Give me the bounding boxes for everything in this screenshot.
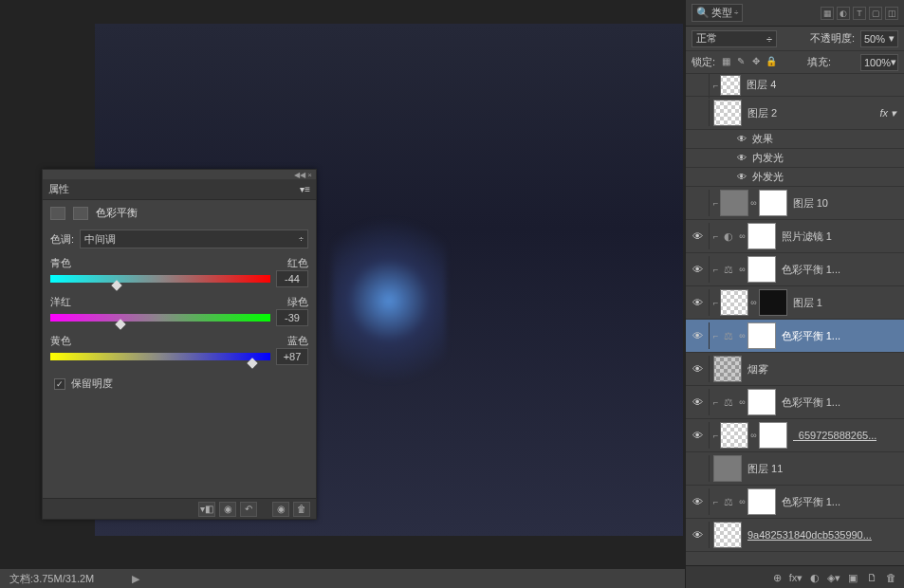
layer-mask-thumb[interactable] (759, 190, 787, 216)
layer-row[interactable]: 👁⌐◐∞照片滤镜 1 (686, 220, 904, 253)
slider-handle-2[interactable] (116, 319, 126, 329)
slider-value-2[interactable]: -39 (276, 309, 308, 326)
layer-row[interactable]: 👁⌐∞图层 1 (686, 286, 904, 320)
filter-smart-icon[interactable]: ◫ (885, 7, 898, 20)
layer-row[interactable]: 👁⌐⚖∞色彩平衡 1... (686, 386, 904, 419)
layer-name[interactable]: 9a482531840dcb535990... (747, 529, 872, 541)
slider-value-1[interactable]: -44 (276, 270, 308, 287)
visibility-toggle[interactable]: 👁 (688, 529, 707, 541)
layer-row[interactable]: 👁⌐⚖∞色彩平衡 1... (686, 253, 904, 286)
visibility-toggle[interactable]: 👁 (688, 363, 707, 375)
layer-name[interactable]: 图层 1 (793, 296, 822, 310)
layer-list[interactable]: 👁⌐图层 4👁图层 2fx ▾👁效果👁内发光👁外发光👁⌐∞图层 10👁⌐◐∞照片… (686, 74, 904, 565)
slider-track-1[interactable] (50, 275, 270, 283)
new-layer-icon[interactable]: 🗋 (864, 570, 879, 585)
adjustment-icon[interactable] (50, 207, 65, 220)
layer-name[interactable]: 图层 4 (747, 78, 776, 92)
visibility-icon[interactable]: 👁 (737, 134, 747, 144)
filter-type-icon[interactable]: T (853, 7, 866, 20)
layer-style-icon[interactable]: fx▾ (788, 570, 803, 585)
layer-name[interactable]: 图层 2 (747, 106, 777, 120)
layer-thumb[interactable] (713, 356, 742, 382)
layer-row[interactable]: 👁烟雾 (686, 353, 904, 386)
layer-name[interactable]: 图层 11 (747, 462, 783, 476)
lock-position-icon[interactable]: ✥ (749, 56, 763, 69)
preserve-checkbox[interactable]: ✓ (54, 378, 65, 390)
layer-row[interactable]: 👁9a482531840dcb535990... (686, 519, 904, 552)
clip-icon[interactable]: ▾◧ (198, 502, 215, 517)
status-arrow[interactable]: ▶ (132, 569, 139, 588)
layer-name[interactable]: 色彩平衡 1... (782, 495, 840, 509)
filter-adjust-icon[interactable]: ◐ (837, 7, 850, 20)
filter-shape-icon[interactable]: ▢ (869, 7, 882, 20)
reset-icon[interactable]: ↶ (240, 502, 257, 517)
layer-thumb[interactable] (720, 75, 741, 96)
layer-name[interactable]: 色彩平衡 1... (782, 329, 840, 343)
layer-row[interactable]: 👁⌐∞图层 10 (686, 187, 904, 220)
visibility-toggle[interactable]: 👁 (688, 496, 707, 507)
fx-indicator[interactable]: fx ▾ (879, 107, 896, 119)
layer-row[interactable]: 👁⌐⚖∞色彩平衡 1... (686, 486, 904, 519)
lock-transparent-icon[interactable]: ▦ (719, 56, 732, 69)
layer-name[interactable]: 色彩平衡 1... (782, 263, 840, 277)
lock-paint-icon[interactable]: ✎ (734, 56, 747, 69)
blend-mode-select[interactable]: 正常 ÷ (692, 30, 777, 47)
layer-thumb[interactable] (720, 289, 748, 316)
toggle-visibility-icon[interactable]: ◉ (272, 502, 289, 517)
visibility-toggle[interactable]: 👁 (688, 80, 707, 91)
slider-handle-1[interactable] (111, 280, 121, 290)
layer-thumb[interactable] (713, 100, 742, 126)
panel-bar[interactable]: ◀◀ × (43, 170, 316, 179)
view-prev-icon[interactable]: ◉ (219, 502, 236, 517)
delete-icon[interactable]: 🗑 (293, 502, 310, 517)
visibility-toggle[interactable]: 👁 (688, 396, 707, 408)
fx-line[interactable]: 👁效果 (686, 130, 904, 149)
layer-thumb[interactable] (713, 455, 742, 482)
filter-pixel-icon[interactable]: ▦ (821, 7, 834, 20)
layer-mask-thumb[interactable] (747, 488, 776, 515)
filter-type-select[interactable]: 🔍 类型 ÷ (692, 4, 743, 22)
visibility-icon[interactable]: 👁 (737, 172, 747, 182)
layer-mask-thumb[interactable] (759, 422, 787, 449)
layer-name[interactable]: 图层 10 (793, 196, 828, 211)
visibility-toggle[interactable]: 👁 (688, 264, 707, 275)
visibility-toggle[interactable]: 👁 (688, 430, 707, 441)
visibility-toggle[interactable]: 👁 (688, 197, 707, 209)
fx-line[interactable]: 👁外发光 (686, 168, 904, 187)
layer-row[interactable]: 👁图层 2fx ▾ (686, 97, 904, 130)
layer-name[interactable]: 照片滤镜 1 (782, 230, 832, 244)
visibility-toggle[interactable]: 👁 (688, 463, 707, 474)
layer-name[interactable]: 烟雾 (747, 362, 768, 377)
layer-name[interactable]: 色彩平衡 1... (782, 395, 840, 410)
layer-row[interactable]: 👁⌐图层 4 (686, 74, 904, 97)
panel-menu-icon[interactable]: ▾≡ (300, 184, 310, 194)
layer-mask-thumb[interactable] (747, 389, 776, 415)
slider-handle-3[interactable] (248, 358, 258, 368)
slider-track-3[interactable] (50, 353, 270, 360)
visibility-toggle[interactable]: 👁 (688, 330, 707, 341)
group-icon[interactable]: ▣ (845, 570, 860, 585)
visibility-toggle[interactable]: 👁 (688, 107, 707, 119)
visibility-toggle[interactable]: 👁 (688, 230, 707, 242)
layer-mask-icon[interactable]: ◐ (807, 570, 822, 585)
collapse-icon[interactable]: ◀◀ × (294, 171, 312, 179)
layer-thumb[interactable] (720, 190, 748, 216)
slider-track-2[interactable] (50, 314, 270, 322)
fx-line[interactable]: 👁内发光 (686, 149, 904, 168)
layer-thumb[interactable] (720, 422, 748, 449)
layer-mask-thumb[interactable] (747, 256, 776, 283)
layer-row[interactable]: 👁⌐⚖∞色彩平衡 1... (686, 320, 904, 353)
layer-row[interactable]: 👁图层 11 (686, 452, 904, 486)
layer-mask-thumb[interactable] (759, 289, 787, 316)
visibility-icon[interactable]: 👁 (737, 153, 747, 163)
opacity-input[interactable]: 50% ▾ (860, 30, 898, 47)
link-layers-icon[interactable]: ⊕ (769, 570, 784, 585)
layer-mask-thumb[interactable] (747, 223, 776, 249)
mask-icon[interactable] (73, 207, 88, 220)
adjustment-layer-icon[interactable]: ◈▾ (826, 570, 841, 585)
tone-select[interactable]: 中间调 ÷ (80, 230, 308, 248)
slider-value-3[interactable]: +87 (276, 348, 308, 365)
lock-all-icon[interactable]: 🔒 (765, 56, 778, 69)
layer-row[interactable]: 👁⌐∞_659725888265... (686, 419, 904, 452)
trash-icon[interactable]: 🗑 (883, 570, 898, 585)
